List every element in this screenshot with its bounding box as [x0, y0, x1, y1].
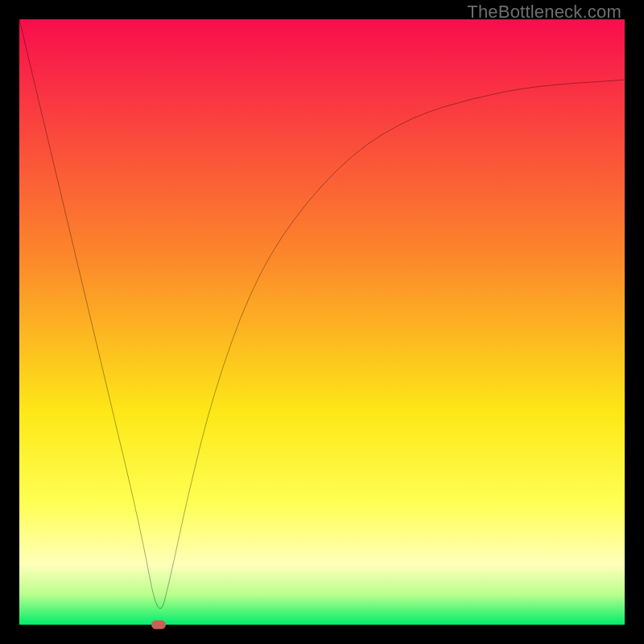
heat-gradient-background	[19, 19, 625, 625]
chart-frame	[19, 19, 625, 625]
svg-rect-0	[19, 19, 625, 625]
minimum-marker	[151, 621, 166, 630]
